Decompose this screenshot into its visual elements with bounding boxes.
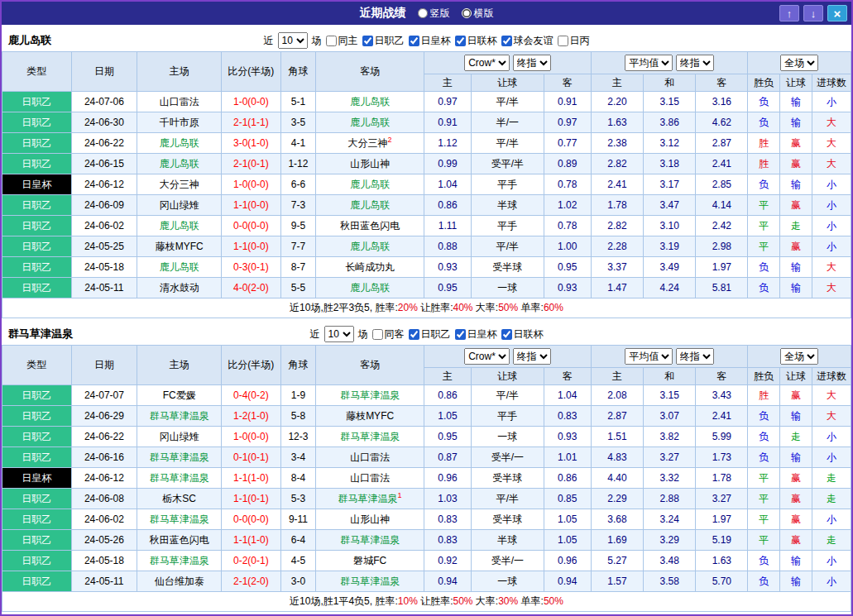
league-cell: 日职乙 — [2, 236, 72, 257]
layout-vertical-radio[interactable]: 竖版 — [418, 7, 450, 21]
home-team-cell: 群马草津温泉 — [137, 468, 222, 489]
horizontal-radio-input[interactable] — [462, 8, 472, 18]
league-checkbox-input[interactable] — [455, 329, 466, 340]
handicap-result-cell: 输 — [780, 571, 812, 592]
euro-odds-stage-select[interactable]: 终指 — [676, 55, 714, 71]
league-checkbox-input[interactable] — [409, 329, 419, 340]
goals-cell: 小 — [812, 174, 851, 195]
match-row: 日职乙24-06-22冈山绿雉1-0(0-0)12-3群马草津温泉0.95一球0… — [2, 427, 851, 447]
team-label: 鹿儿岛联 — [350, 179, 390, 190]
move-up-button[interactable]: ↑ — [779, 5, 799, 21]
league-checkbox-球会友谊[interactable]: 球会友谊 — [501, 34, 553, 48]
goals-cell: 大 — [812, 278, 851, 298]
handicap-result-cell: 赢 — [780, 154, 812, 174]
euro-draw-odds-cell: 3.27 — [644, 447, 696, 468]
corner-cell: 3-4 — [280, 447, 316, 468]
league-checkbox-日皇杯[interactable]: 日皇杯 — [409, 34, 451, 48]
team-label: 磐城FC — [353, 555, 386, 566]
league-cell: 日职乙 — [2, 154, 72, 174]
result-cell: 负 — [748, 174, 780, 195]
league-checkbox-input[interactable] — [558, 36, 568, 46]
col-away: 客场 — [316, 346, 424, 385]
asian-home-odds-cell: 1.04 — [424, 174, 471, 195]
result-cell: 负 — [748, 427, 780, 447]
corner-cell: 9-5 — [280, 216, 316, 236]
handicap-cell: 受平/半 — [472, 154, 544, 174]
league-checkbox-input[interactable] — [501, 36, 512, 46]
result-cell: 平 — [748, 216, 780, 236]
date-cell: 24-06-02 — [71, 509, 137, 530]
match-row: 日职乙24-05-11清水鼓动4-0(2-0)5-5鹿儿岛联0.95一球0.93… — [2, 278, 851, 298]
vertical-radio-input[interactable] — [418, 8, 428, 18]
league-checkbox-input[interactable] — [501, 329, 512, 340]
result-cell: 负 — [748, 447, 780, 468]
asian-away-odds-cell: 0.95 — [544, 257, 591, 278]
team-label: 群马草津温泉 — [150, 451, 209, 463]
league-checkbox-日职乙[interactable]: 日职乙 — [362, 34, 405, 48]
goals-cell: 大 — [812, 406, 851, 427]
match-row: 日职乙24-06-08栃木SC1-1(0-1)5-3群马草津温泉11.03平/半… — [2, 489, 851, 509]
home-team-cell: FC爱媛 — [137, 385, 222, 406]
close-button[interactable]: × — [827, 5, 847, 21]
league-checkbox-日联杯[interactable]: 日联杯 — [455, 34, 497, 48]
league-cell: 日皇杯 — [2, 174, 72, 195]
match-scope-select[interactable]: 全场 — [780, 55, 818, 71]
league-cell: 日职乙 — [2, 257, 72, 278]
league-checkbox-input[interactable] — [455, 36, 466, 46]
away-team-cell: 群马草津温泉 — [316, 571, 424, 592]
asian-odds-stage-select[interactable]: 终指 — [513, 348, 551, 365]
team-label: 山形山神 — [350, 158, 390, 170]
match-row: 日职乙24-05-18鹿儿岛联0-3(0-1)8-7长崎成功丸0.93受半球0.… — [2, 257, 851, 278]
handicap-cell: 平手 — [472, 406, 544, 427]
league-checkbox-日丙[interactable]: 日丙 — [558, 34, 590, 48]
asian-home-odds-cell: 0.87 — [424, 447, 471, 468]
match-count-select[interactable]: 10 — [278, 32, 308, 49]
header-row-top: 类型 日期 主场 比分(半场) 角球 客场 Crow* 终指 平均值 终指 — [2, 52, 851, 74]
asian-away-odds-cell: 0.83 — [544, 406, 591, 427]
asian-away-odds-cell: 0.97 — [544, 112, 591, 133]
league-checkbox-label: 日职乙 — [421, 327, 451, 341]
same-venue-checkbox[interactable]: 同客 — [372, 327, 405, 341]
result-cell: 平 — [748, 509, 780, 530]
league-checkbox-日皇杯[interactable]: 日皇杯 — [455, 327, 497, 341]
league-checkbox-label: 日联杯 — [467, 34, 497, 48]
same-venue-checkbox-input[interactable] — [326, 36, 337, 46]
asian-away-odds-cell: 1.05 — [544, 509, 591, 530]
col-score: 比分(半场) — [222, 52, 280, 92]
match-scope-select[interactable]: 全场 — [780, 348, 818, 365]
match-count-select[interactable]: 10 — [324, 326, 354, 342]
team-label: 鹿儿岛联 — [350, 282, 390, 294]
same-venue-checkbox[interactable]: 同主 — [326, 34, 358, 48]
handicap-cell: 受半球 — [472, 257, 544, 278]
layout-horizontal-radio[interactable]: 横版 — [462, 7, 494, 21]
euro-source-select[interactable]: 平均值 — [625, 348, 673, 365]
subcol-euro-home: 主 — [591, 74, 643, 92]
date-cell: 24-05-18 — [71, 257, 137, 278]
team-label: 群马草津温泉 — [340, 389, 400, 401]
date-cell: 24-06-02 — [71, 216, 137, 236]
asian-away-odds-cell: 1.02 — [544, 195, 591, 216]
asian-away-odds-cell: 0.93 — [544, 278, 591, 298]
league-checkbox-日联杯[interactable]: 日联杯 — [501, 327, 544, 341]
handicap-cell: 平手 — [472, 216, 544, 236]
euro-odds-stage-select[interactable]: 终指 — [676, 348, 714, 365]
subcol-result: 胜负 — [748, 368, 780, 385]
same-venue-checkbox-input[interactable] — [372, 329, 383, 340]
score-cell: 4-0(2-0) — [222, 278, 280, 298]
subcol-goals: 进球数 — [812, 74, 851, 92]
league-checkbox-日职乙[interactable]: 日职乙 — [409, 327, 451, 341]
goals-cell: 大 — [812, 385, 851, 406]
home-team-cell: 鹿儿岛联 — [137, 216, 222, 236]
bookmaker-select[interactable]: Crow* — [464, 55, 510, 71]
league-checkbox-input[interactable] — [409, 36, 419, 46]
asian-home-odds-cell: 0.86 — [424, 195, 471, 216]
corner-cell: 7-7 — [280, 236, 316, 257]
home-team-cell: 千叶市原 — [137, 112, 222, 133]
bookmaker-select[interactable]: Crow* — [464, 348, 510, 365]
move-down-button[interactable]: ↓ — [803, 5, 823, 21]
league-checkbox-input[interactable] — [362, 36, 373, 46]
result-cell: 平 — [748, 195, 780, 216]
asian-odds-stage-select[interactable]: 终指 — [513, 55, 551, 71]
home-team-cell: 山口雷法 — [137, 92, 222, 112]
euro-source-select[interactable]: 平均值 — [625, 55, 673, 71]
